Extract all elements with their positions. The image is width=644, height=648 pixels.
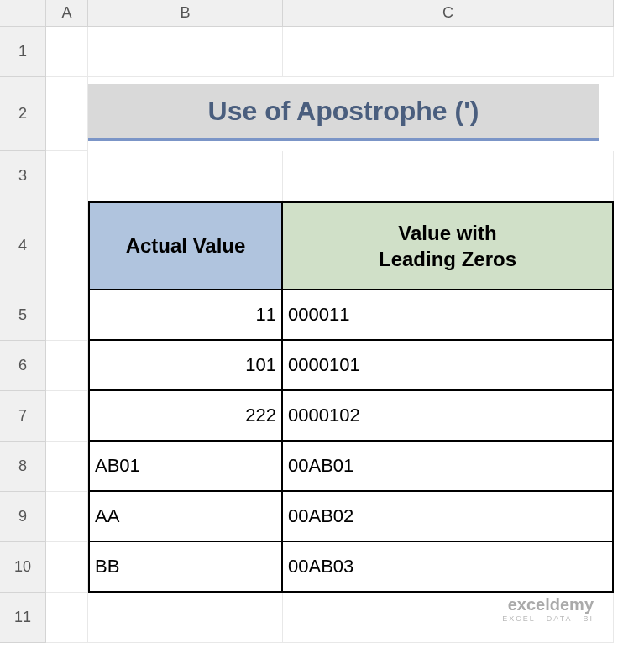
header-zeros-line2: Leading Zeros <box>379 246 516 272</box>
title-cell[interactable]: Use of Apostrophe (') <box>88 84 599 141</box>
header-leading-zeros[interactable]: Value with Leading Zeros <box>283 201 614 290</box>
cell-A9[interactable] <box>46 492 88 542</box>
header-actual-value[interactable]: Actual Value <box>88 201 283 290</box>
cell-B6[interactable]: 101 <box>88 341 283 391</box>
cell-B5[interactable]: 11 <box>88 290 283 341</box>
cell-C8[interactable]: 00AB01 <box>283 442 614 492</box>
watermark-brand: exceldemy <box>502 595 594 614</box>
cell-C5[interactable]: 000011 <box>283 290 614 341</box>
cell-B10[interactable]: BB <box>88 542 283 593</box>
cell-C1[interactable] <box>283 27 614 77</box>
row-header-5[interactable]: 5 <box>0 290 46 341</box>
watermark-sub: EXCEL · DATA · BI <box>502 614 594 623</box>
cell-A5[interactable] <box>46 290 88 341</box>
cell-A6[interactable] <box>46 341 88 391</box>
spreadsheet-grid: A B C 1 2 Use of Apostrophe (') 3 4 Actu… <box>0 0 644 643</box>
row-header-7[interactable]: 7 <box>0 391 46 442</box>
cell-A8[interactable] <box>46 442 88 492</box>
cell-C6[interactable]: 0000101 <box>283 341 614 391</box>
cell-B1[interactable] <box>88 27 283 77</box>
watermark: exceldemy EXCEL · DATA · BI <box>502 595 594 623</box>
cell-A1[interactable] <box>46 27 88 77</box>
cell-A10[interactable] <box>46 542 88 593</box>
header-zeros-line1: Value with <box>398 220 496 246</box>
row-header-8[interactable]: 8 <box>0 442 46 492</box>
cell-A4[interactable] <box>46 201 88 290</box>
cell-B9[interactable]: AA <box>88 492 283 542</box>
row-header-6[interactable]: 6 <box>0 341 46 391</box>
corner-cell <box>0 0 46 27</box>
col-header-B[interactable]: B <box>88 0 283 27</box>
cell-A11[interactable] <box>46 593 88 643</box>
cell-A2[interactable] <box>46 77 88 151</box>
cell-C7[interactable]: 0000102 <box>283 391 614 442</box>
col-header-C[interactable]: C <box>283 0 614 27</box>
cell-B3[interactable] <box>88 151 283 201</box>
row-header-11[interactable]: 11 <box>0 593 46 643</box>
col-header-A[interactable]: A <box>46 0 88 27</box>
cell-B11[interactable] <box>88 593 283 643</box>
row-header-10[interactable]: 10 <box>0 542 46 593</box>
cell-C3[interactable] <box>283 151 614 201</box>
cell-A3[interactable] <box>46 151 88 201</box>
cell-A7[interactable] <box>46 391 88 442</box>
row-header-9[interactable]: 9 <box>0 492 46 542</box>
cell-C9[interactable]: 00AB02 <box>283 492 614 542</box>
cell-B8[interactable]: AB01 <box>88 442 283 492</box>
row-header-1[interactable]: 1 <box>0 27 46 77</box>
cell-C10[interactable]: 00AB03 <box>283 542 614 593</box>
row-header-2[interactable]: 2 <box>0 77 46 151</box>
row-header-4[interactable]: 4 <box>0 201 46 290</box>
cell-B7[interactable]: 222 <box>88 391 283 442</box>
row-header-3[interactable]: 3 <box>0 151 46 201</box>
